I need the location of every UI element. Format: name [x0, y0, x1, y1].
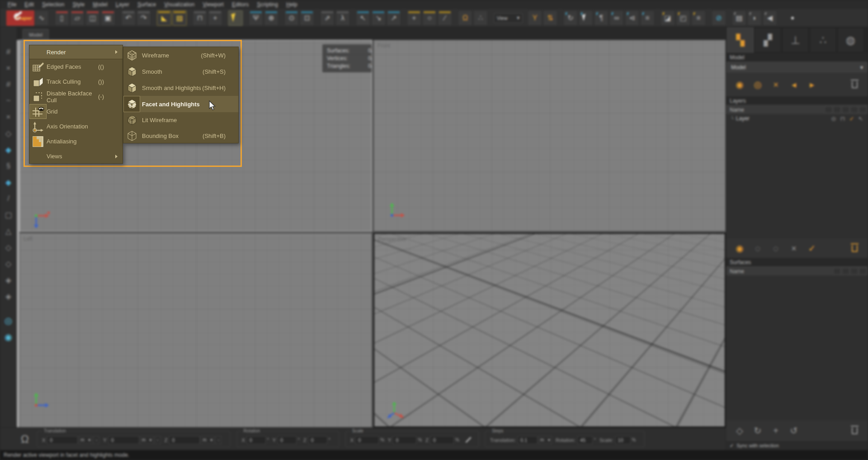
cube-facet-icon [123, 96, 140, 112]
menu-item-shortcut: ()) [98, 78, 115, 85]
cube-bbox-icon [123, 128, 140, 144]
cube-solid-icon [123, 63, 140, 80]
menu-item-grid[interactable]: Grid [29, 104, 123, 119]
submenu-item-shortcut: (Shift+S) [203, 68, 238, 75]
menu-item-render[interactable]: Render [29, 45, 123, 59]
menu-item-disable-backface-cull[interactable]: Disable Backface Cull(-) [29, 89, 123, 104]
menu-item-shortcut: (() [98, 63, 115, 70]
submenu-item-facet-and-highlights[interactable]: Facet and Highlights [123, 96, 238, 112]
submenu-item-label: Bounding Box [140, 133, 203, 139]
menu-item-axis-orientation[interactable]: Axis Orientation [29, 119, 123, 134]
submenu-arrow-icon [115, 155, 118, 158]
menu-icon-spacer [29, 45, 47, 59]
focus-overlay: RenderEdged Faces(()Track Culling())Disa… [0, 0, 868, 460]
submenu-item-smooth[interactable]: Smooth(Shift+S) [123, 63, 238, 80]
menu-item-views[interactable]: Views [29, 149, 123, 164]
cube-litwire-icon [123, 112, 140, 128]
render-submenu: Wireframe(Shift+W)Smooth(Shift+S)Smooth … [123, 47, 239, 143]
submenu-item-label: Smooth and Highlights [140, 85, 202, 91]
track-culling-icon [29, 74, 47, 89]
submenu-item-smooth-and-highlights[interactable]: Smooth and Highlights(Shift+H) [123, 80, 238, 96]
menu-item-label: Track Culling [47, 78, 98, 85]
submenu-item-label: Wireframe [140, 52, 201, 59]
menu-item-label: Edged Faces [47, 63, 98, 70]
menu-item-label: Disable Backface Cull [47, 90, 98, 104]
menu-item-label: Render [47, 49, 98, 56]
submenu-item-label: Smooth [140, 68, 203, 75]
submenu-item-bounding-box[interactable]: Bounding Box(Shift+B) [123, 128, 238, 144]
grid-icon [29, 104, 47, 119]
viewport-context-menu: RenderEdged Faces(()Track Culling())Disa… [29, 45, 123, 164]
antialiasing-icon [29, 134, 47, 149]
mouse-cursor [209, 100, 218, 111]
submenu-item-label: Lit Wireframe [140, 117, 226, 123]
menu-item-label: Views [47, 153, 98, 160]
backface-cull-icon [29, 89, 47, 104]
menu-item-track-culling[interactable]: Track Culling()) [29, 74, 123, 89]
submenu-item-shortcut: (Shift+W) [201, 52, 238, 59]
menu-icon-spacer [29, 149, 47, 164]
edged-faces-icon [29, 59, 47, 74]
menu-item-label: Antialiasing [47, 138, 98, 145]
submenu-item-lit-wireframe[interactable]: Lit Wireframe [123, 112, 238, 128]
submenu-item-wireframe[interactable]: Wireframe(Shift+W) [123, 47, 238, 63]
submenu-arrow-cell [115, 50, 123, 54]
submenu-arrow-icon [115, 50, 118, 54]
menu-item-label: Axis Orientation [47, 123, 98, 130]
submenu-item-shortcut: (Shift+H) [202, 85, 238, 91]
cube-wire-icon [123, 47, 140, 63]
menu-item-shortcut: (-) [98, 93, 115, 100]
menu-item-label: Grid [47, 108, 98, 115]
menu-item-antialiasing[interactable]: Antialiasing [29, 134, 123, 149]
cube-solid2-icon [123, 80, 140, 96]
submenu-arrow-cell [115, 155, 123, 158]
submenu-item-shortcut: (Shift+B) [203, 133, 238, 139]
axis-icon [29, 119, 47, 134]
menu-item-edged-faces[interactable]: Edged Faces(() [29, 59, 123, 74]
